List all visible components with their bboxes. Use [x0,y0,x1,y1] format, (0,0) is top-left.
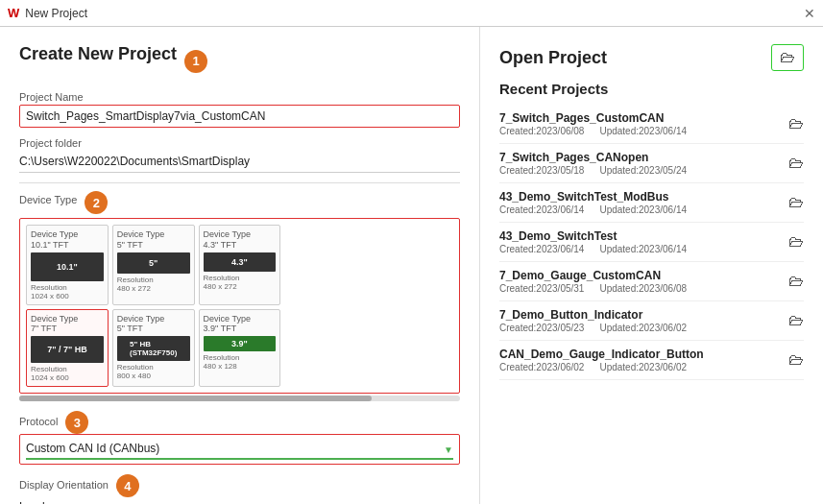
project-name-input[interactable] [19,105,460,128]
project-item-4[interactable]: 7_Demo_Gauge_CustomCAN Created:2023/05/3… [499,262,804,301]
title-bar: W New Project ✕ [0,0,823,27]
open-project-header: Open Project 🗁 [499,44,804,71]
device-res-2: Resolution480 x 272 [204,274,277,291]
scrollbar-thumb [19,396,372,401]
protocol-dropdown[interactable]: Custom CAN Id (CANbus) [26,439,453,460]
device-card-3[interactable]: Device Type7" TFT 7" / 7" HB Resolution1… [26,309,109,388]
project-folder-icon-5[interactable]: 🗁 [788,312,804,329]
project-name-label: Project Name [19,91,460,103]
device-card-1[interactable]: Device Type5" TFT 5" Resolution480 x 272 [112,225,195,305]
project-updated-3: Updated:2023/06/14 [599,244,687,254]
project-name-5: 7_Demo_Button_Indicator [499,308,781,322]
main-container: Create New Project 1 Project Name Projec… [0,27,823,504]
project-updated-6: Updated:2023/06/02 [599,362,687,372]
device-card-label-5: Device Type3.9" TFT [204,314,277,335]
project-dates-6: Created:2023/06/02 Updated:2023/06/02 [499,362,781,372]
step-badge-4: 4 [116,474,139,497]
project-dates-0: Created:2023/06/08 Updated:2023/06/14 [499,126,781,136]
project-created-1: Created:2023/05/18 [499,165,584,176]
project-info-5: 7_Demo_Button_Indicator Created:2023/05/… [499,308,781,333]
project-dates-5: Created:2023/05/23 Updated:2023/06/02 [499,323,781,333]
device-res-5: Resolution480 x 128 [204,353,277,371]
project-info-1: 7_Switch_Pages_CANopen Created:2023/05/1… [499,151,781,176]
device-card-label-1: Device Type5" TFT [117,229,190,251]
project-folder-icon-3[interactable]: 🗁 [788,233,804,251]
project-name-group: Project Name [19,91,460,128]
device-screen-5: 3.9" [204,336,277,351]
project-item-6[interactable]: CAN_Demo_Gauge_Indicator_Button Created:… [499,341,804,380]
project-updated-5: Updated:2023/06/02 [599,323,687,333]
project-folder-icon-0[interactable]: 🗁 [788,115,804,132]
project-info-4: 7_Demo_Gauge_CustomCAN Created:2023/05/3… [499,269,781,294]
project-folder-input[interactable] [19,151,460,173]
project-name-3: 43_Demo_SwitchTest [499,229,781,243]
right-panel: Open Project 🗁 Recent Projects 7_Switch_… [480,27,823,504]
project-info-6: CAN_Demo_Gauge_Indicator_Button Created:… [499,348,781,372]
device-card-5[interactable]: Device Type3.9" TFT 3.9" Resolution480 x… [199,309,281,388]
device-res-1: Resolution480 x 272 [117,276,190,293]
left-panel: Create New Project 1 Project Name Projec… [0,27,480,504]
project-item-3[interactable]: 43_Demo_SwitchTest Created:2023/06/14 Up… [499,223,804,262]
project-dates-4: Created:2023/05/31 Updated:2023/06/08 [499,283,781,294]
project-created-4: Created:2023/05/31 [499,283,584,294]
window-title: New Project [25,7,87,20]
create-project-title: Create New Project [19,44,177,64]
device-card-label-4: Device Type5" TFT [117,314,190,335]
protocol-group: Protocol 3 Custom CAN Id (CANbus) ▼ [19,411,460,465]
device-screen-1: 5" [117,252,190,274]
device-res-0: Resolution1024 x 600 [31,283,104,300]
project-name-6: CAN_Demo_Gauge_Indicator_Button [499,348,781,361]
project-updated-2: Updated:2023/06/14 [599,204,687,215]
device-type-label: Device Type [19,194,77,205]
title-bar-left: W New Project [8,6,87,20]
step-badge-2: 2 [85,191,108,214]
device-card-label-3: Device Type7" TFT [31,314,104,335]
step-badge-3: 3 [65,411,88,434]
device-card-4[interactable]: Device Type5" TFT 5" HB(STM32F750) Resol… [112,309,195,388]
device-screen-0: 10.1" [31,252,104,281]
device-card-0[interactable]: Device Type10.1" TFT 10.1" Resolution102… [26,225,109,305]
project-created-6: Created:2023/06/02 [499,362,584,372]
device-grid: Device Type10.1" TFT 10.1" Resolution102… [19,218,460,394]
protocol-label: Protocol [19,416,58,427]
step-badge-1: 1 [184,50,207,73]
project-dates-1: Created:2023/05/18 Updated:2023/05/24 [499,165,781,176]
project-created-5: Created:2023/05/23 [499,323,584,333]
project-folder-icon-1[interactable]: 🗁 [788,155,804,172]
project-updated-0: Updated:2023/06/14 [599,126,687,136]
project-folder-group: Project folder [19,137,460,173]
project-folder-icon-2[interactable]: 🗁 [788,194,804,211]
project-item-0[interactable]: 7_Switch_Pages_CustomCAN Created:2023/06… [499,105,804,144]
device-screen-4: 5" HB(STM32F750) [117,336,190,361]
device-card-2[interactable]: Device Type4.3" TFT 4.3" Resolution480 x… [199,225,281,305]
project-dates-2: Created:2023/06/14 Updated:2023/06/14 [499,204,781,215]
app-logo: W [8,6,19,20]
project-name-2: 43_Demo_SwitchTest_ModBus [499,190,781,204]
device-card-label-0: Device Type10.1" TFT [31,229,104,251]
project-item-5[interactable]: 7_Demo_Button_Indicator Created:2023/05/… [499,301,804,341]
open-folder-button[interactable]: 🗁 [771,44,804,71]
project-folder-icon-6[interactable]: 🗁 [788,351,804,369]
project-created-3: Created:2023/06/14 [499,244,584,254]
device-res-4: Resolution800 x 480 [117,363,190,380]
protocol-dropdown-wrapper: Custom CAN Id (CANbus) ▼ [19,434,460,465]
device-scrollbar[interactable] [19,396,460,401]
device-screen-2: 4.3" [204,252,277,272]
recent-projects-title: Recent Projects [499,81,804,97]
project-updated-1: Updated:2023/05/24 [599,165,687,176]
project-folder-icon-4[interactable]: 🗁 [788,273,804,290]
project-info-2: 43_Demo_SwitchTest_ModBus Created:2023/0… [499,190,781,215]
project-created-2: Created:2023/06/14 [499,204,584,215]
close-button[interactable]: ✕ [804,6,815,21]
project-item-1[interactable]: 7_Switch_Pages_CANopen Created:2023/05/1… [499,144,804,183]
device-screen-3: 7" / 7" HB [31,336,104,363]
project-item-2[interactable]: 43_Demo_SwitchTest_ModBus Created:2023/0… [499,183,804,223]
project-info-0: 7_Switch_Pages_CustomCAN Created:2023/06… [499,111,781,136]
project-info-3: 43_Demo_SwitchTest Created:2023/06/14 Up… [499,229,781,254]
project-name-4: 7_Demo_Gauge_CustomCAN [499,269,781,282]
project-updated-4: Updated:2023/06/08 [599,283,687,294]
device-card-label-2: Device Type4.3" TFT [204,229,277,251]
project-name-1: 7_Switch_Pages_CANopen [499,151,781,164]
display-orientation-label: Display Orientation [19,479,109,491]
display-orientation-dropdown[interactable]: Landscape [19,497,460,504]
